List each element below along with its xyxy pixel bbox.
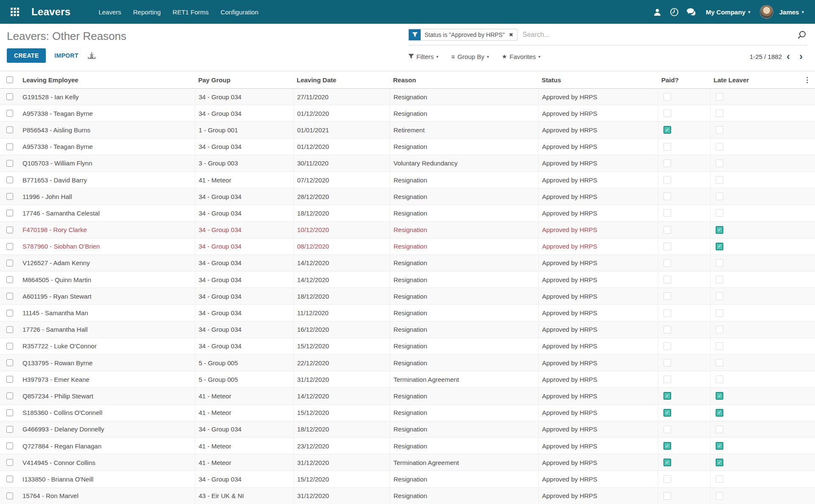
table-row[interactable]: P856543 - Aisling Burns 1 - Group 001 01… (0, 122, 815, 138)
late-leaver-checkbox[interactable] (716, 309, 723, 317)
paid-checkbox[interactable] (663, 475, 671, 483)
pager-previous-button[interactable]: ‹ (782, 52, 795, 61)
paid-checkbox[interactable] (663, 243, 671, 250)
table-row[interactable]: 11996 - John Hall 34 - Group 034 28/12/2… (0, 188, 815, 205)
company-switcher[interactable]: My Company (706, 8, 745, 16)
column-header-pay-group[interactable]: Pay Group (195, 76, 293, 84)
late-leaver-checkbox[interactable] (716, 160, 723, 167)
row-checkbox[interactable] (6, 442, 13, 449)
facet-remove-button[interactable]: ✖ (509, 29, 517, 40)
paid-checkbox[interactable] (663, 259, 671, 267)
late-leaver-checkbox[interactable] (716, 426, 723, 433)
late-leaver-checkbox[interactable] (716, 259, 723, 267)
table-row[interactable]: Q133795 - Rowan Byrne 5 - Group 005 22/1… (0, 355, 815, 371)
paid-checkbox[interactable] (663, 392, 671, 400)
create-button[interactable]: CREATE (7, 48, 46, 63)
select-all-checkbox[interactable] (6, 76, 13, 83)
group-by-dropdown[interactable]: ≡ Group By ▾ (451, 53, 489, 60)
late-leaver-checkbox[interactable] (716, 209, 723, 217)
table-row[interactable]: F470198 - Rory Clarke 34 - Group 034 10/… (0, 222, 815, 238)
row-checkbox[interactable] (6, 143, 13, 150)
row-checkbox[interactable] (6, 193, 13, 200)
filters-dropdown[interactable]: Filters ▾ (408, 53, 438, 60)
row-checkbox[interactable] (6, 276, 13, 283)
paid-checkbox[interactable] (663, 309, 671, 317)
apps-menu-button[interactable] (8, 6, 22, 18)
row-checkbox[interactable] (6, 110, 13, 117)
favorites-dropdown[interactable]: ★ Favorites ▾ (502, 53, 540, 60)
row-checkbox[interactable] (6, 409, 13, 416)
table-row[interactable]: A601195 - Ryan Stewart 34 - Group 034 18… (0, 288, 815, 305)
column-header-reason[interactable]: Reason (390, 76, 538, 84)
pager-range[interactable]: 1-25 / 1882 (750, 53, 782, 60)
paid-checkbox[interactable] (663, 375, 671, 383)
column-header-leaving-employee[interactable]: Leaving Employee (19, 76, 195, 84)
row-checkbox[interactable] (6, 359, 13, 366)
row-checkbox[interactable] (6, 227, 13, 233)
late-leaver-checkbox[interactable] (716, 143, 723, 151)
table-row[interactable]: H397973 - Emer Keane 5 - Group 005 31/12… (0, 371, 815, 388)
paid-checkbox[interactable] (663, 160, 671, 167)
late-leaver-checkbox[interactable] (716, 475, 723, 483)
table-row[interactable]: 17746 - Samantha Celestal 34 - Group 034… (0, 205, 815, 221)
late-leaver-checkbox[interactable] (716, 93, 723, 101)
table-row[interactable]: M864505 - Quinn Martin 34 - Group 034 14… (0, 272, 815, 288)
messages-chat-icon[interactable] (683, 8, 700, 16)
search-submit-button[interactable] (796, 30, 807, 39)
late-leaver-checkbox[interactable] (716, 109, 723, 117)
row-checkbox[interactable] (6, 343, 13, 350)
optional-columns-button[interactable]: ⋮ (804, 71, 811, 88)
late-leaver-checkbox[interactable] (716, 409, 723, 417)
row-checkbox[interactable] (6, 376, 13, 383)
table-row[interactable]: 17726 - Samantha Hall 34 - Group 034 16/… (0, 322, 815, 338)
table-row[interactable]: S787960 - Siobhan O'Brien 34 - Group 034… (0, 238, 815, 255)
user-avatar[interactable] (760, 5, 773, 19)
row-checkbox[interactable] (6, 476, 13, 482)
late-leaver-checkbox[interactable] (716, 359, 723, 367)
table-row[interactable]: V126527 - Adam Kenny 34 - Group 034 14/1… (0, 255, 815, 272)
paid-checkbox[interactable] (663, 193, 671, 200)
row-checkbox[interactable] (6, 326, 13, 333)
table-row[interactable]: B771653 - David Barry 41 - Meteor 07/12/… (0, 172, 815, 188)
paid-checkbox[interactable] (663, 292, 671, 300)
paid-checkbox[interactable] (663, 93, 671, 101)
pager-next-button[interactable]: › (795, 52, 807, 61)
late-leaver-checkbox[interactable] (716, 326, 723, 333)
paid-checkbox[interactable] (663, 276, 671, 283)
row-checkbox[interactable] (6, 392, 13, 399)
search-input[interactable] (517, 31, 796, 39)
table-row[interactable]: 15764 - Ron Marvel 43 - Eir UK & NI 31/1… (0, 488, 815, 504)
table-row[interactable]: I133850 - Brianna O'Neill 34 - Group 034… (0, 471, 815, 487)
activities-clock-icon[interactable] (666, 8, 683, 17)
import-button[interactable]: IMPORT (54, 52, 78, 59)
user-menu[interactable]: James (779, 8, 799, 16)
paid-checkbox[interactable] (663, 176, 671, 184)
paid-checkbox[interactable] (663, 409, 671, 417)
nav-menu-leavers[interactable]: Leavers (93, 4, 127, 20)
late-leaver-checkbox[interactable] (716, 492, 723, 500)
paid-checkbox[interactable] (663, 492, 671, 500)
nav-menu-reporting[interactable]: Reporting (127, 4, 167, 20)
table-row[interactable]: A957338 - Teagan Byrne 34 - Group 034 01… (0, 105, 815, 122)
table-row[interactable]: Q727884 - Regan Flanagan 41 - Meteor 23/… (0, 438, 815, 454)
late-leaver-checkbox[interactable] (716, 375, 723, 383)
table-row[interactable]: S185360 - Collins O'Connell 41 - Meteor … (0, 405, 815, 421)
row-checkbox[interactable] (6, 160, 13, 167)
paid-checkbox[interactable] (663, 126, 671, 134)
row-checkbox[interactable] (6, 126, 13, 133)
paid-checkbox[interactable] (663, 426, 671, 433)
paid-checkbox[interactable] (663, 209, 671, 217)
row-checkbox[interactable] (6, 243, 13, 250)
table-row[interactable]: Q105703 - William Flynn 3 - Group 003 30… (0, 155, 815, 172)
paid-checkbox[interactable] (663, 342, 671, 350)
row-checkbox[interactable] (6, 260, 13, 266)
late-leaver-checkbox[interactable] (716, 226, 723, 234)
column-header-late-leaver[interactable]: Late Leaver (710, 76, 815, 84)
late-leaver-checkbox[interactable] (716, 126, 723, 134)
table-row[interactable]: 11145 - Samantha Man 34 - Group 034 11/1… (0, 305, 815, 321)
paid-checkbox[interactable] (663, 143, 671, 151)
row-checkbox[interactable] (6, 459, 13, 466)
paid-checkbox[interactable] (663, 459, 671, 466)
nav-menu-configuration[interactable]: Configuration (215, 4, 264, 20)
row-checkbox[interactable] (6, 210, 13, 216)
